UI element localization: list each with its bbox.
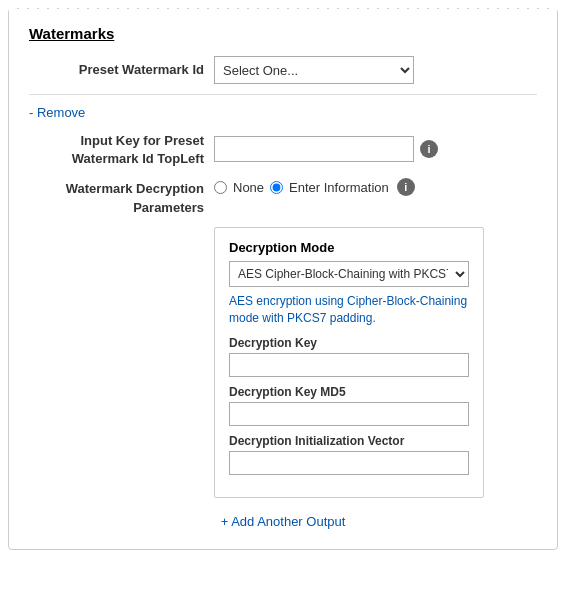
radio-enter-label[interactable]: Enter Information [289, 180, 389, 195]
input-key-label: Input Key for Preset Watermark Id TopLef… [29, 130, 214, 168]
decryption-mode-label: Decryption Mode [229, 240, 469, 255]
radio-none[interactable] [214, 181, 227, 194]
input-key-info-icon[interactable]: i [420, 140, 438, 158]
decryption-iv-label: Decryption Initialization Vector [229, 434, 469, 448]
mode-description: AES encryption using Cipher-Block-Chaini… [229, 293, 469, 327]
decryption-iv-group: Decryption Initialization Vector [229, 434, 469, 475]
input-key-row: Input Key for Preset Watermark Id TopLef… [29, 130, 537, 168]
radio-none-label[interactable]: None [233, 180, 264, 195]
decryption-params-label: Watermark Decryption Parameters [29, 178, 214, 216]
preset-watermark-control: Select One... [214, 56, 537, 84]
preset-watermark-select[interactable]: Select One... [214, 56, 414, 84]
decryption-key-input[interactable] [229, 353, 469, 377]
decryption-params-row: Watermark Decryption Parameters None Ent… [29, 178, 537, 216]
decryption-radio-group: None Enter Information [214, 180, 389, 195]
decryption-key-md5-group: Decryption Key MD5 [229, 385, 469, 426]
separator [29, 94, 537, 95]
input-key-control: i [214, 136, 537, 162]
decryption-key-group: Decryption Key [229, 336, 469, 377]
decryption-params-control: None Enter Information i [214, 178, 537, 196]
decryption-key-label: Decryption Key [229, 336, 469, 350]
add-output-link[interactable]: + Add Another Output [29, 514, 537, 529]
input-key-field[interactable] [214, 136, 414, 162]
remove-link[interactable]: - Remove [29, 105, 85, 120]
preset-watermark-row: Preset Watermark Id Select One... [29, 56, 537, 84]
preset-watermark-label: Preset Watermark Id [29, 61, 214, 79]
decryption-radio-row: None Enter Information i [214, 178, 537, 196]
decryption-params-info-icon[interactable]: i [397, 178, 415, 196]
decryption-mode-select[interactable]: AES Cipher-Block-Chaining with PKCS7 [229, 261, 469, 287]
decryption-iv-input[interactable] [229, 451, 469, 475]
watermarks-panel: Watermarks Preset Watermark Id Select On… [8, 8, 558, 550]
decryption-key-md5-input[interactable] [229, 402, 469, 426]
decryption-key-md5-label: Decryption Key MD5 [229, 385, 469, 399]
decryption-box: Decryption Mode AES Cipher-Block-Chainin… [214, 227, 484, 499]
section-title: Watermarks [29, 25, 537, 42]
radio-enter-info[interactable] [270, 181, 283, 194]
